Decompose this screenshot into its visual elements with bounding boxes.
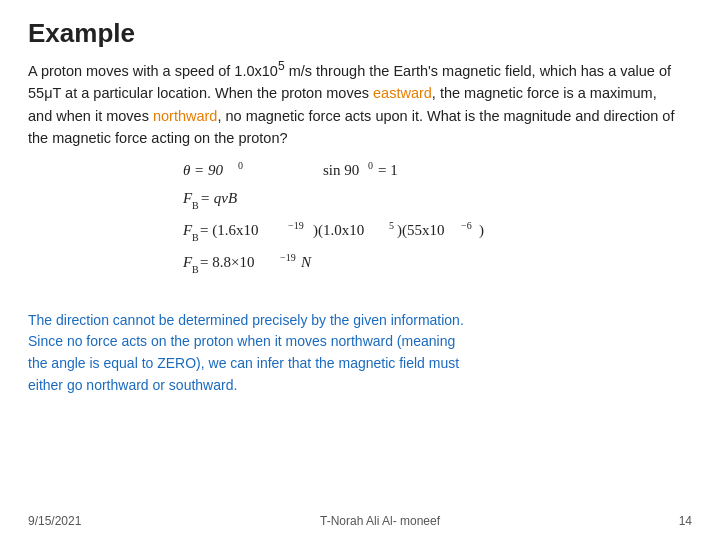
svg-text:sin 90: sin 90 bbox=[323, 162, 359, 178]
bottom-text: The direction cannot be determined preci… bbox=[28, 310, 692, 397]
svg-text:θ = 90: θ = 90 bbox=[183, 162, 223, 178]
text-part3: T at a particular location. When the pro… bbox=[53, 85, 374, 101]
bottom-line4: either go northward or southward. bbox=[28, 375, 692, 397]
footer-page: 14 bbox=[679, 514, 692, 528]
svg-text:B: B bbox=[192, 200, 199, 211]
footer-author: T-Norah Ali Al- moneef bbox=[320, 514, 440, 528]
footer: 9/15/2021 T-Norah Ali Al- moneef 14 bbox=[28, 508, 692, 528]
svg-text:0: 0 bbox=[238, 160, 243, 171]
svg-text:): ) bbox=[479, 222, 484, 239]
text-and-when: and when it moves bbox=[28, 108, 153, 124]
svg-text:−6: −6 bbox=[461, 220, 472, 231]
exp-5: 5 bbox=[278, 59, 285, 73]
text-part4: , the magnetic force is a maximum, bbox=[432, 85, 657, 101]
svg-text:)(55x10: )(55x10 bbox=[397, 222, 445, 239]
bottom-line3: the angle is equal to ZERO), we can infe… bbox=[28, 353, 692, 375]
mu-symbol: μ bbox=[44, 85, 52, 101]
highlight-northward: northward bbox=[153, 108, 217, 124]
svg-text:−19: −19 bbox=[280, 252, 296, 263]
svg-text:= 1: = 1 bbox=[378, 162, 398, 178]
slide: Example A proton moves with a speed of 1… bbox=[0, 0, 720, 540]
content-area: A proton moves with a speed of 1.0x105 m… bbox=[28, 57, 692, 508]
svg-text:N: N bbox=[300, 254, 312, 270]
bottom-line2: Since no force acts on the proton when i… bbox=[28, 331, 692, 353]
svg-text:= qvB: = qvB bbox=[200, 190, 237, 206]
svg-text:0: 0 bbox=[368, 160, 373, 171]
footer-date: 9/15/2021 bbox=[28, 514, 81, 528]
svg-text:−19: −19 bbox=[288, 220, 304, 231]
svg-text:B: B bbox=[192, 232, 199, 243]
text-part1: A proton moves with a speed of 1.0x10 bbox=[28, 63, 278, 79]
svg-text:)(1.0x10: )(1.0x10 bbox=[313, 222, 364, 239]
svg-text:B: B bbox=[192, 264, 199, 275]
slide-title: Example bbox=[28, 18, 692, 49]
svg-text:5: 5 bbox=[389, 220, 394, 231]
svg-text:= 8.8×10: = 8.8×10 bbox=[200, 254, 254, 270]
bottom-line1: The direction cannot be determined preci… bbox=[28, 310, 692, 332]
formulas-svg: θ = 90 0 sin 90 0 = 1 F B = qvB F B = (1… bbox=[183, 157, 543, 287]
formulas-block: θ = 90 0 sin 90 0 = 1 F B = qvB F B = (1… bbox=[183, 157, 543, 291]
svg-text:= (1.6x10: = (1.6x10 bbox=[200, 222, 258, 239]
highlight-eastward: eastward bbox=[373, 85, 432, 101]
main-paragraph: A proton moves with a speed of 1.0x105 m… bbox=[28, 57, 692, 150]
